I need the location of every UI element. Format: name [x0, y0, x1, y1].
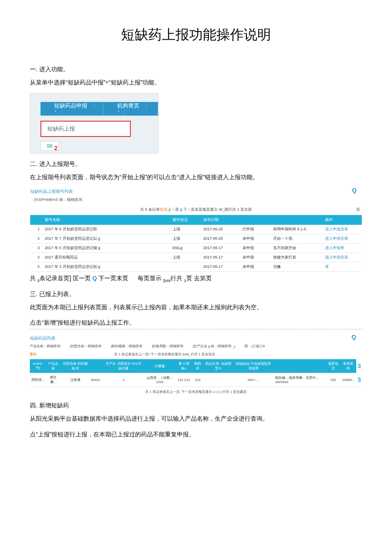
filter-product-name[interactable]: 产品名称：模糊查询: [30, 344, 61, 349]
menu-tab-shortage-declare[interactable]: 短缺药品申报 ˅: [40, 102, 104, 116]
filter-bar: 产品名称：模糊查询 |剂型名称：模糊查询 |制剂规格：模糊查询 |转换系数：模糊…: [30, 344, 362, 349]
filter-manufacturer[interactable]: |生产企业 g 称：模糊查询 _|: [193, 344, 235, 349]
table-row: 12017 年 6 月短缺货药品登记联上报2017-05-25已申报两周申报时间…: [30, 225, 362, 234]
pager-caption: 共 5条记录首页] 匡一页 Q 下一页末页 每页显示 [loM行共 1页 去第页: [30, 275, 362, 283]
period-table: 期号名称 期号状态 发布日期 操作 12017 年 6 月短缺货药品登记联上报2…: [30, 215, 362, 272]
chevron-down-icon: ˅: [50, 110, 62, 116]
section-3-text-1: 此页面为本期已上报列表页面，列表展示已上报内容，如果本期还未上报则此列表为空。: [30, 302, 362, 312]
enter-report-link[interactable]: 进入申报安蓉: [323, 234, 362, 243]
col-publish-date: 发布日期: [201, 215, 240, 225]
section-1-heading: 一. 进入功能。: [30, 66, 362, 73]
screenshot-reported-list: Q 短缺药品列表 产品名称：模糊查询 |剂型名称：模糊查询 |制剂规格：模糊查询…: [30, 335, 362, 394]
pager-top[interactable]: 共 5 条记录首页上一页 q 下一页末页每页显示 W_因行共 1 页去第 页: [47, 207, 345, 212]
enter-report-link[interactable]: 进入申报查看: [323, 253, 362, 262]
section-4-text-1: 从阳光采购平台基础数据库中选择药品进行上报，可以输入产品名称，生产企业进行查询。: [30, 414, 362, 423]
filter-limit[interactable]: 限：|三辅三R: [245, 344, 265, 349]
section-3-heading: 三. 已报上列表。: [30, 291, 362, 298]
enter-report-link[interactable]: 看: [323, 262, 362, 271]
filter-row[interactable]: ：[%SPHMB%S 称：模糊查询: [30, 197, 362, 203]
period-table-body: 12017 年 6 月短缺货药品登记联上报2017-05-25已申报两周申报时间…: [30, 225, 362, 272]
col-period-name: 期号名称: [42, 215, 170, 225]
screenshot-period-list: Q 短缺药品上报期号列表 ：[%SPHMB%S 称：模糊查询 共 5 条记录首页…: [30, 188, 362, 272]
pager-top[interactable]: 共 1 条记录首页上一页□下一页末页每页显示 IloM_行共 1 页去箕页: [114, 352, 215, 357]
filter-spec[interactable]: |制剂规格：模糊查询: [111, 344, 142, 349]
section-2-text: 在上报期号列表页面，期号状态为“开始上报”的可以点击“进入上报”链接进入上报功能…: [30, 172, 362, 182]
panel-title-reported-list: 短缺药品列表: [30, 335, 362, 341]
page-number-icon: Q: [92, 275, 97, 282]
search-icon[interactable]: Q: [352, 334, 356, 340]
delete-button[interactable]: 删除: [30, 352, 37, 357]
notification-badge: 2: [54, 145, 58, 151]
table-row: 42017 通月短顺药品上报2017-05-17未申报按键大家打算进入申报查看: [30, 253, 362, 262]
col-operation: 操作: [323, 215, 362, 225]
section-3-text-2: 点击“新增”按钮进行短缺药品上报工作。: [30, 318, 362, 329]
menu-bar: 短缺药品申报 ˅ 机构黄页 ˅: [40, 102, 158, 116]
section-1-text: 从菜单中选择“短缺药品中报”÷“短缺药上报”功能。: [30, 78, 362, 87]
pager-bottom[interactable]: 共 1 条记录首页上一页. 下一页末页每页显示 o | v | 行共 1 页去篆…: [30, 389, 362, 394]
filter-conversion[interactable]: |转换系数：模糊查询: [152, 344, 183, 349]
menu-tab-org-pages[interactable]: 机构黄页 ˅: [104, 102, 158, 116]
search-icon[interactable]: Q: [352, 187, 357, 194]
page-title: 短缺药上报功能操作说明: [30, 26, 362, 44]
screenshot-menu: 短缺药品申报 ˅ 机构黄页 ˅ 短缺药上报 ✉ 2: [30, 93, 159, 154]
chevron-down-icon: ˅: [113, 110, 125, 116]
col-period-status: 期号状态: [170, 215, 201, 225]
menu-item-shortage-report[interactable]: 短缺药上报: [40, 121, 131, 137]
enter-report-link[interactable]: 进入申报查看: [323, 225, 362, 234]
section-4-heading: 四. 新增短缺药: [30, 402, 362, 410]
table-row: 国药准... 维生素... 注射液 5ml;0... 1 山西晋... J 绿数…: [30, 373, 362, 387]
pager-first[interactable]: 首页: [160, 207, 167, 212]
reported-table: InJKS-号] 产品名称 剂型名称 剂剂规格 转 生产企 月配送企 W％月缺店…: [30, 359, 362, 387]
table-row: 32017 年 5 月短缺货药品登记辅 gkStLg2017-05-17未申报见…: [30, 243, 362, 253]
table-row: 22017 年 7 月短缺货药品登记以 g上报2017-05-25未申报开始一卜…: [30, 234, 362, 243]
section-2-heading: 二. 进入上报期号。: [30, 160, 362, 168]
action-icon[interactable]: 3: [357, 363, 361, 369]
panel-title-period-list: 短缺药品上报期号列表: [30, 189, 362, 195]
action-icon[interactable]: 3: [357, 376, 361, 383]
table-row: 52017 年 3 月短缺货药品登记粒 g2017-05-17未申报功嫩看: [30, 262, 362, 271]
document-page: 短缺药上报功能操作说明 一. 进入功能。 从菜单中选择“短缺药品中报”÷“短缺药…: [0, 0, 392, 555]
section-4-text-2: 点“上报”按钮进行上报，在本期已上报过的药品不能重复申报。: [30, 430, 362, 439]
enter-report-link[interactable]: 进入申报事: [323, 243, 362, 253]
filter-dosage-form[interactable]: |剂型名称：模糊查询: [70, 344, 101, 349]
